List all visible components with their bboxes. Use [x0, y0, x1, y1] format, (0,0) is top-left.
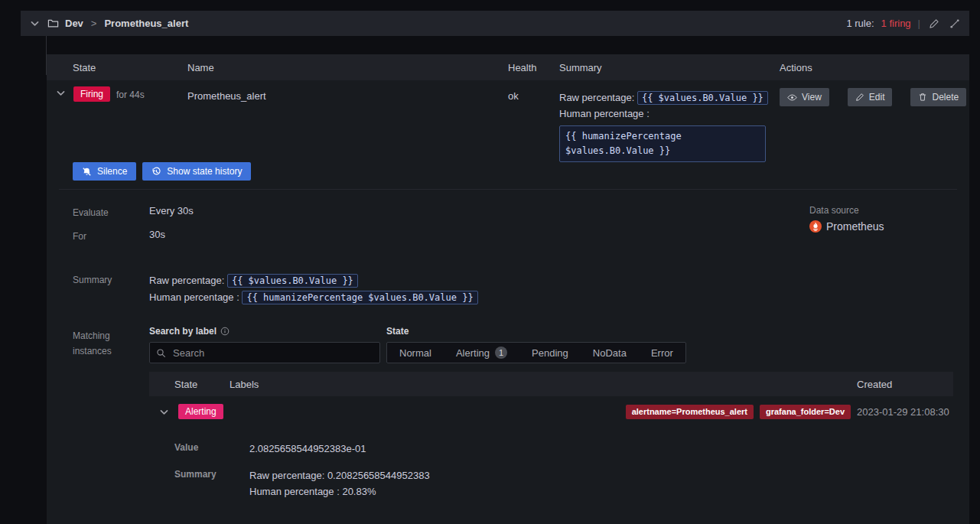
state-option-label: Error	[651, 347, 673, 359]
alert-rule-page: Dev > Prometheus_alert 1 rule: 1 firing …	[0, 0, 980, 524]
breadcrumb-separator: >	[91, 18, 97, 29]
instance-expand-toggle[interactable]	[158, 405, 171, 418]
rule-expand-toggle[interactable]	[54, 86, 67, 99]
reorder-rules-button[interactable]	[948, 17, 962, 31]
evaluate-value: Every 30s	[149, 205, 194, 218]
search-icon	[156, 348, 166, 358]
rule-name: Prometheus_alert	[187, 86, 508, 162]
summary-human-template: {{ humanizePercentage $values.B0.Value }…	[242, 291, 477, 304]
summary-raw-label: Raw percentage:	[559, 92, 634, 103]
state-option-label: Normal	[399, 347, 431, 359]
summary-label: Summary	[73, 272, 149, 306]
instance-summary-raw: Raw percentage: 0.20825658544952383	[249, 467, 430, 483]
view-button-label: View	[802, 92, 822, 103]
pencil-icon	[855, 93, 864, 102]
col-state: State	[47, 62, 187, 73]
state-option-pending[interactable]: Pending	[519, 343, 581, 363]
instance-value-row: Value 2.0825658544952383e-01	[149, 441, 953, 457]
state-option-label: NoData	[593, 347, 627, 359]
show-state-history-button[interactable]: Show state history	[142, 162, 251, 181]
chevron-down-icon	[56, 88, 66, 98]
summary-human-label: Human percentage :	[149, 291, 239, 303]
eye-icon	[787, 93, 797, 103]
info-icon[interactable]	[220, 327, 230, 336]
label-badge-alertname: alertname=Prometheus_alert	[626, 405, 754, 419]
col-health: Health	[508, 62, 559, 73]
instance-summary-label: Summary	[174, 467, 249, 500]
silence-button[interactable]: Silence	[73, 162, 136, 181]
matching-instances-label: Matching instances	[73, 326, 149, 521]
rule-health: ok	[508, 86, 559, 162]
datasource-label: Data source	[809, 205, 884, 216]
value-label: Value	[174, 441, 249, 457]
history-button-label: Show state history	[167, 166, 242, 177]
instance-row: Alerting alertname=Prometheus_alert graf…	[149, 396, 953, 427]
matching-label-line1: Matching	[73, 328, 149, 343]
state-filter-options: Normal Alerting 1 Pending	[386, 342, 686, 363]
col-labels: Labels	[230, 379, 857, 390]
pencil-icon	[929, 18, 939, 29]
bell-slash-icon	[82, 167, 92, 177]
rule-row: Firing for 44s Prometheus_alert ok Raw p…	[47, 80, 969, 162]
instances-table-header: State Labels Created	[149, 372, 953, 396]
summary-row: Summary Raw percentage: {{ $values.B0.Va…	[47, 272, 969, 306]
prometheus-flame-icon	[809, 220, 822, 233]
reorder-icon	[949, 18, 960, 29]
firing-state-badge: Firing	[73, 86, 110, 102]
firing-count-text: 1 firing	[881, 18, 911, 29]
breadcrumb-folder: Dev	[65, 18, 83, 29]
instance-summary-human: Human percentage : 20.83%	[249, 483, 430, 500]
chevron-down-icon	[159, 407, 169, 417]
edit-button-label: Edit	[869, 92, 885, 103]
search-by-label-group: Search by label	[149, 326, 380, 363]
evaluate-label: Evaluate	[73, 205, 149, 218]
datasource-block: Data source Prometheus	[809, 205, 884, 233]
summary-raw-label: Raw percentage:	[149, 275, 224, 286]
state-option-label: Alerting	[456, 347, 490, 359]
firing-duration: for 44s	[116, 90, 145, 100]
summary-human-template: {{ humanizePercentage $values.B0.Value }…	[559, 125, 766, 162]
for-value: 30s	[149, 229, 165, 242]
rules-table-header: State Name Health Summary Actions	[47, 54, 969, 80]
instances-table: State Labels Created	[149, 372, 953, 521]
trash-icon	[918, 93, 927, 102]
col-actions: Actions	[780, 62, 969, 73]
state-option-nodata[interactable]: NoData	[581, 343, 639, 363]
matching-instances-row: Matching instances Search by label	[47, 326, 969, 521]
chevron-down-icon	[30, 18, 40, 28]
label-search-box	[149, 342, 380, 363]
instance-details: Value 2.0825658544952383e-01 Summary Raw…	[149, 427, 953, 521]
group-collapse-toggle[interactable]	[28, 17, 41, 30]
edit-button[interactable]: Edit	[848, 88, 893, 106]
instance-created: 2023-01-29 21:08:30	[857, 406, 953, 418]
folder-icon	[47, 18, 59, 29]
edit-group-button[interactable]	[927, 17, 941, 31]
state-option-normal[interactable]: Normal	[387, 343, 444, 363]
matching-label-line2: instances	[73, 343, 149, 359]
silence-button-label: Silence	[97, 166, 127, 177]
col-summary: Summary	[559, 62, 780, 73]
state-filter-label: State	[386, 326, 409, 337]
label-badge-folder: grafana_folder=Dev	[760, 405, 851, 419]
breadcrumb-rule: Prometheus_alert	[104, 18, 188, 29]
delete-button[interactable]: Delete	[910, 88, 966, 106]
summary-human-label: Human percentage :	[559, 108, 650, 119]
col-created: Created	[857, 379, 953, 390]
rule-summary-cell: Raw percentage: {{ $values.B0.Value }} H…	[559, 86, 780, 162]
history-icon	[151, 167, 161, 177]
rule-details-section: Data source Prometheus Evaluate Every 30…	[47, 190, 969, 521]
alerting-count-badge: 1	[495, 347, 507, 359]
search-input[interactable]	[171, 347, 373, 360]
rule-count-text: 1 rule:	[846, 18, 874, 29]
col-state: State	[149, 379, 230, 390]
datasource-name: Prometheus	[826, 220, 884, 233]
for-label: For	[73, 229, 149, 242]
view-button[interactable]: View	[780, 88, 829, 106]
summary-raw-template: {{ $values.B0.Value }}	[637, 91, 768, 105]
state-option-label: Pending	[532, 347, 568, 359]
col-name: Name	[187, 62, 508, 73]
rule-actions-cell: View Edit Delete	[780, 86, 969, 162]
state-option-error[interactable]: Error	[639, 343, 685, 363]
state-option-alerting[interactable]: Alerting 1	[444, 343, 519, 363]
instance-value: 2.0825658544952383e-01	[249, 441, 366, 457]
